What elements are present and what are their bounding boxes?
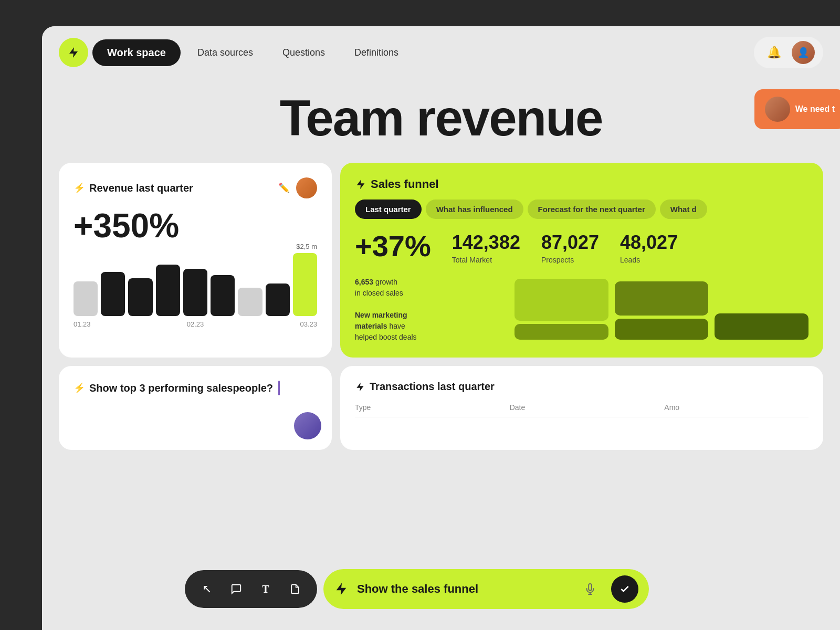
funnel-card-title: Sales funnel	[371, 177, 439, 191]
chart-label-3: 03.23	[300, 320, 317, 328]
revenue-card-title: ⚡ Revenue last quarter	[74, 182, 193, 194]
funnel-bottom-row: 6,653 growthin closed sales New marketin…	[355, 277, 808, 343]
funnel-stats-row: +37% 142,382 Total Market 87,027 Prospec…	[355, 232, 808, 264]
text-cursor	[278, 381, 280, 395]
funnel-stat-label-1: Total Market	[452, 256, 520, 264]
revenue-card-header: ⚡ Revenue last quarter ✏️	[74, 177, 317, 198]
page-title-area: Team revenue We need t	[42, 79, 840, 163]
bottom-toolbar: ↖ T	[185, 569, 655, 609]
funnel-bar-item-1b[interactable]	[514, 324, 608, 340]
funnel-stat-num-2: 87,027	[541, 232, 599, 254]
bar-8[interactable]	[266, 284, 290, 316]
chat-input[interactable]	[357, 582, 569, 596]
funnel-bar-item-2a[interactable]	[615, 281, 709, 316]
text-tool-button[interactable]: T	[252, 575, 279, 603]
funnel-tab-forecast[interactable]: Forecast for the next quarter	[528, 200, 656, 219]
funnel-tabs: Last quarter What has influenced Forecas…	[355, 200, 808, 219]
bar-3[interactable]	[128, 278, 152, 316]
funnel-big-stat: +37%	[355, 232, 431, 261]
float-chat-text: We need t	[795, 104, 835, 114]
notifications-bell[interactable]: 🔔	[762, 41, 785, 64]
funnel-bar-chart	[514, 277, 808, 340]
chart-label-1: 01.23	[74, 320, 91, 328]
funnel-tab-last-quarter[interactable]: Last quarter	[355, 200, 422, 219]
funnel-growth-num: 6,653	[355, 278, 373, 286]
nav-item-data-sources[interactable]: Data sources	[185, 40, 266, 66]
svg-marker-0	[69, 47, 78, 58]
table-header: Type Date Amo	[355, 403, 808, 417]
revenue-stat: +350%	[74, 209, 317, 243]
col-date: Date	[510, 403, 654, 412]
funnel-tab-influenced[interactable]: What has influenced	[426, 200, 523, 219]
float-chat-bubble: We need t	[754, 89, 840, 129]
comment-tool-button[interactable]	[223, 575, 250, 603]
send-button[interactable]	[611, 575, 638, 603]
logo-button[interactable]	[59, 38, 88, 67]
user-avatar[interactable]: 👤	[792, 41, 815, 64]
funnel-stat-label-2: Prospects	[541, 256, 599, 264]
funnel-card-header: Sales funnel	[355, 177, 808, 191]
revenue-card: ⚡ Revenue last quarter ✏️ +350% $2,5 m	[59, 163, 332, 358]
workspace-nav-item[interactable]: Work space	[92, 39, 181, 66]
main-container: Work space Data sources Questions Defini…	[42, 26, 840, 630]
funnel-stat-label-3: Leads	[620, 256, 678, 264]
edit-button[interactable]: ✏️	[278, 182, 290, 194]
navbar: Work space Data sources Questions Defini…	[42, 26, 840, 79]
funnel-bar-item-3[interactable]	[715, 313, 808, 340]
svg-marker-2	[356, 382, 363, 391]
funnel-stat-total-market: 142,382 Total Market	[452, 232, 520, 264]
funnel-insight-text: 6,653 growthin closed sales New marketin…	[355, 277, 502, 343]
nav-item-questions[interactable]: Questions	[270, 40, 338, 66]
funnel-stat-leads: 48,027 Leads	[620, 232, 678, 264]
bar-5[interactable]	[183, 269, 207, 316]
funnel-card: Sales funnel Last quarter What has influ…	[340, 163, 823, 358]
bar-6[interactable]	[211, 275, 235, 316]
col-amount: Amo	[664, 403, 808, 412]
chart-label-2: 02.23	[187, 320, 204, 328]
avatar-image: 👤	[792, 41, 815, 64]
salespeople-avatar	[294, 412, 321, 439]
funnel-bar-item-1a[interactable]	[514, 279, 608, 321]
cursor-tool-button[interactable]: ↖	[193, 575, 220, 603]
funnel-bolt-icon	[355, 178, 366, 190]
funnel-bar-group-3	[715, 277, 808, 340]
transactions-bolt-icon	[355, 382, 365, 392]
funnel-stat-num-3: 48,027	[620, 232, 678, 254]
funnel-stat-prospects: 87,027 Prospects	[541, 232, 599, 264]
transactions-header: Transactions last quarter	[355, 381, 808, 393]
funnel-stat-num-1: 142,382	[452, 232, 520, 254]
nav-right-group: 🔔 👤	[754, 37, 823, 68]
content-area: ⚡ Revenue last quarter ✏️ +350% $2,5 m	[42, 163, 840, 450]
toolbar-tools-group: ↖ T	[185, 570, 317, 608]
funnel-tab-what[interactable]: What d	[660, 200, 707, 219]
float-chat-avatar	[765, 97, 790, 122]
document-tool-button[interactable]	[281, 575, 309, 603]
bar-1[interactable]	[74, 281, 98, 316]
bar-2[interactable]	[101, 272, 125, 316]
revenue-bar-chart: $2,5 m	[74, 253, 317, 316]
nav-item-definitions[interactable]: Definitions	[342, 40, 411, 66]
salespeople-card-title: ⚡ Show top 3 performing salespeople?	[74, 381, 317, 395]
page-title: Team revenue	[42, 89, 840, 147]
chat-bolt-icon	[334, 582, 349, 596]
chart-labels: 01.23 02.23 03.23	[74, 320, 317, 328]
bar-7[interactable]	[238, 288, 262, 316]
bar-4[interactable]	[156, 265, 180, 316]
funnel-bar-item-2b[interactable]	[615, 319, 709, 340]
chart-label-top: $2,5 m	[296, 243, 317, 250]
mic-button[interactable]	[578, 576, 603, 602]
salespeople-card: ⚡ Show top 3 performing salespeople?	[59, 366, 332, 450]
transactions-title-text: Transactions last quarter	[370, 381, 495, 393]
funnel-bar-group-2	[615, 277, 709, 340]
revenue-card-avatar	[296, 177, 317, 198]
revenue-card-title-text: Revenue last quarter	[89, 182, 193, 194]
salespeople-bolt-icon: ⚡	[74, 382, 85, 394]
revenue-card-actions: ✏️	[278, 177, 317, 198]
col-type: Type	[355, 403, 499, 412]
bolt-icon: ⚡	[74, 182, 85, 194]
transactions-card: Transactions last quarter Type Date Amo	[340, 366, 823, 450]
bar-9[interactable]	[293, 253, 317, 316]
salespeople-title-text: Show top 3 performing salespeople?	[89, 382, 273, 394]
funnel-bar-group-1	[514, 277, 608, 340]
chat-input-bar	[323, 569, 649, 609]
